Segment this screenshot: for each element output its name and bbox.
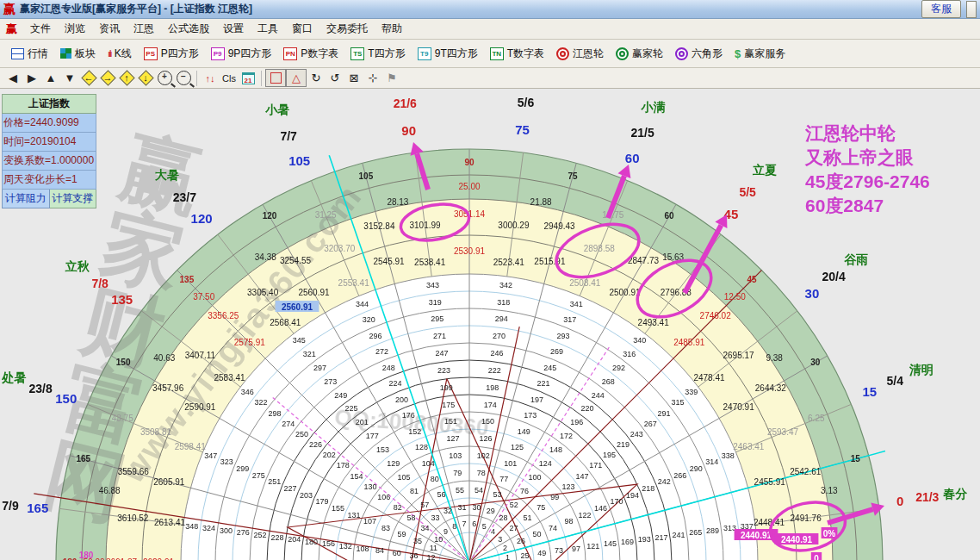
customer-service-button[interactable]: 客服 — [921, 0, 961, 18]
wheel-label: 200 — [395, 395, 408, 404]
titlebar-cutoff-button[interactable] — [966, 1, 977, 18]
wheel-label: 321 — [303, 350, 316, 358]
wheel-label: 2593.47 — [767, 427, 799, 437]
wheel-label: 298 — [268, 409, 281, 418]
toolbar-item-9t-square[interactable]: T99T四方形 — [412, 44, 484, 64]
toolbar-item-label: 江恩轮 — [573, 47, 604, 61]
menu-item-6[interactable]: 工具 — [251, 19, 285, 39]
wheel-label: 135 — [111, 292, 133, 307]
wheel-label: 102 — [477, 451, 490, 460]
wheel-label: 319 — [429, 298, 442, 307]
wheel-label: 103 — [449, 451, 462, 460]
wheel-label: 2575.91 — [234, 338, 266, 347]
wheel-label: 228 — [270, 533, 283, 542]
toolbar-item-kline[interactable]: ıılıK线 — [102, 44, 138, 64]
nav-clear-button[interactable]: Cls — [220, 70, 239, 86]
wheel-label: 12.50 — [724, 292, 746, 302]
nav-draw-square-button[interactable] — [265, 69, 286, 87]
toolbar-item-p-number-table[interactable]: PNP数字表 — [277, 44, 344, 64]
nav-nav-left-button[interactable]: ◀ — [3, 70, 22, 86]
nav-rotate-ccw-button[interactable]: ↺ — [326, 70, 344, 86]
nav-calendar-button[interactable]: 21 — [239, 70, 257, 86]
wheel-label: 30 — [472, 503, 481, 512]
calc-resistance-button[interactable]: 计算阻力 — [2, 190, 50, 208]
wheel-label: 154 — [350, 472, 363, 481]
wheel-label: 320 — [363, 315, 375, 324]
menu-item-0[interactable]: 文件 — [23, 19, 58, 39]
panel-row-price: 价格=2440.9099 — [2, 114, 96, 133]
nav-box-x-button[interactable]: ⊠ — [344, 70, 363, 86]
wheel-label: 2493.41 — [638, 318, 670, 327]
wheel-label: 6.25 — [808, 414, 825, 423]
wheel-label: 199 — [440, 383, 453, 392]
toolbar-item-9p-square[interactable]: P99P四方形 — [205, 44, 278, 64]
menu-item-4[interactable]: 公式选股 — [161, 19, 216, 39]
t-square-icon: TS — [350, 47, 364, 60]
wheel-label: 146 — [594, 504, 607, 513]
wheel-label: 51 — [523, 513, 531, 522]
wheel-label: 274 — [282, 420, 295, 428]
nav-nav-right-button[interactable]: ▶ — [22, 70, 41, 86]
wheel-label: 36 — [410, 551, 419, 560]
wheel-label: 2508.41 — [569, 278, 601, 288]
wheel-label: 291 — [658, 409, 671, 418]
toolbar-item-winner-wheel[interactable]: 赢家轮 — [610, 44, 669, 64]
menu-logo-icon: 赢 — [6, 22, 17, 37]
wheel-label: 31 — [458, 503, 467, 512]
wheel-label: 148 — [549, 445, 562, 454]
p-number-table-icon: PN — [283, 47, 297, 60]
wheel-label: 147 — [575, 472, 588, 481]
menu-item-1[interactable]: 浏览 — [58, 19, 92, 39]
nav-flip-vertical-button[interactable]: ↑↓ — [201, 70, 220, 86]
toolbar-item-t-number-table[interactable]: TNT数字表 — [484, 44, 550, 64]
wheel-label: 343 — [426, 281, 439, 289]
wheel-label: 12 — [426, 553, 435, 560]
nav-draw-triangle-button[interactable]: △ — [286, 69, 307, 87]
menu-item-3[interactable]: 江恩 — [127, 19, 161, 39]
wheel-label: 218 — [642, 484, 654, 493]
toolbar-item-hexagon[interactable]: 六角形 — [669, 44, 729, 64]
window-title: 赢家江恩专业版[赢家服务平台] - [上证指数 江恩轮] — [20, 2, 921, 16]
nav-pin-button[interactable]: ⚑ — [382, 70, 401, 86]
toolbar-item-t-square[interactable]: TST四方形 — [344, 44, 411, 64]
wheel-label: 123 — [562, 482, 575, 491]
toolbar-item-quotes[interactable]: 行情 — [5, 44, 54, 64]
wheel-label: 21/5 — [631, 126, 654, 140]
nav-zoom-out-button[interactable]: − — [174, 70, 193, 86]
panel-row-step: 周天变化步长=1 — [2, 171, 96, 190]
wheel-label: 179 — [316, 497, 329, 506]
wheel-label: 150 — [481, 417, 494, 426]
wheel-label: 194 — [626, 491, 639, 500]
nav-shift-right-button[interactable]: → — [98, 70, 117, 86]
wheel-label: 3457.96 — [152, 383, 184, 393]
wheel-label: 130 — [363, 482, 376, 491]
nav-nav-up-button[interactable]: ▲ — [41, 70, 60, 86]
nav-zoom-in-button[interactable]: + — [155, 70, 174, 86]
menu-item-7[interactable]: 窗口 — [285, 19, 319, 39]
toolbar-item-winner-service[interactable]: $赢家服务 — [729, 44, 791, 64]
menu-item-9[interactable]: 帮助 — [375, 19, 409, 39]
wheel-label: 165 — [27, 501, 48, 515]
wheel-label: 2515.91 — [534, 257, 566, 266]
menu-item-5[interactable]: 设置 — [216, 19, 251, 39]
wheel-label: 120 — [263, 211, 277, 221]
menu-item-2[interactable]: 资讯 — [92, 19, 127, 39]
nav-shift-down-button[interactable]: ↓ — [136, 70, 155, 86]
9t-square-icon: T9 — [418, 47, 431, 60]
toolbar-item-label: 行情 — [28, 47, 48, 61]
toolbar-item-p-square[interactable]: PSP四方形 — [138, 44, 205, 64]
wheel-label: 121 — [586, 542, 599, 551]
calc-support-button[interactable]: 计算支撑 — [50, 190, 97, 208]
toolbar-item-sectors[interactable]: 板块 — [54, 44, 102, 64]
nav-rotate-cw-button[interactable]: ↻ — [307, 70, 326, 86]
nav-shift-left-button[interactable]: ← — [79, 70, 98, 86]
wheel-label: 21/6 — [394, 96, 417, 110]
nav-shift-up-button[interactable]: ↑ — [117, 70, 136, 86]
nav-center-arrows-button[interactable]: ⊹ — [363, 70, 382, 86]
menu-item-8[interactable]: 交易委托 — [319, 19, 375, 39]
wheel-label: 290 — [690, 464, 703, 473]
toolbar-item-gann-wheel[interactable]: 江恩轮 — [550, 44, 610, 64]
wheel-label: 246 — [490, 349, 503, 358]
nav-nav-down-button[interactable]: ▼ — [60, 70, 79, 86]
gann-wheel-icon — [556, 47, 569, 60]
